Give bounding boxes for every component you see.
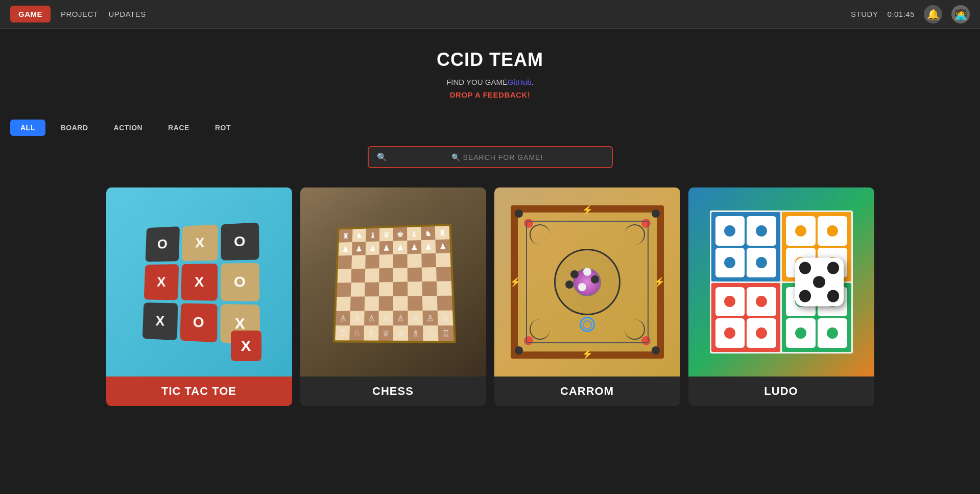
nav-timer: 0:01:45 bbox=[887, 10, 915, 18]
hero-section: CCID TEAM FIND YOU GAMEGitHub. DROP A FE… bbox=[0, 29, 980, 120]
hero-subtitle: FIND YOU GAMEGitHub. bbox=[10, 78, 970, 86]
hero-title: CCID TEAM bbox=[10, 49, 970, 70]
navbar: GAME PROJECT UPDATES STUDY 0:01:45 🔔 🧑‍💻 bbox=[0, 0, 980, 29]
search-icon: 🔍 bbox=[377, 152, 387, 162]
tic-tac-toe-image: O X O X X O X O X X bbox=[106, 187, 292, 377]
ttt-cell: O bbox=[145, 226, 179, 262]
chess-image: ♜ ♞ ♝ ♛ ♚ ♝ ♞ ♜ ♟ ♟ ♟ ♟ ♟ ♟ ♟ ♟ bbox=[300, 187, 486, 377]
game-label-chess: CHESS bbox=[300, 377, 486, 406]
game-card-tic-tac-toe[interactable]: O X O X X O X O X X TIC TAC TOE bbox=[106, 187, 292, 406]
filter-board[interactable]: BOARD bbox=[51, 120, 99, 136]
game-card-chess[interactable]: ♜ ♞ ♝ ♛ ♚ ♝ ♞ ♜ ♟ ♟ ♟ ♟ ♟ ♟ ♟ ♟ bbox=[300, 187, 486, 406]
game-label-carrom: CARROM bbox=[494, 377, 680, 406]
ludo-dice bbox=[795, 258, 844, 307]
nav-project-link[interactable]: PROJECT bbox=[61, 10, 99, 18]
ttt-cell: O bbox=[220, 263, 259, 301]
bell-icon[interactable]: 🔔 bbox=[924, 5, 942, 23]
game-card-carrom[interactable]: ⚡ ⚡ ⚡ ⚡ bbox=[494, 187, 680, 406]
hero-feedback[interactable]: DROP A FEEDBACK! bbox=[10, 90, 970, 99]
nav-right: STUDY 0:01:45 🔔 🧑‍💻 bbox=[851, 5, 970, 23]
filter-action[interactable]: ACTION bbox=[104, 120, 153, 136]
chess-board: ♜ ♞ ♝ ♛ ♚ ♝ ♞ ♜ ♟ ♟ ♟ ♟ ♟ ♟ ♟ ♟ bbox=[333, 224, 456, 343]
search-box: 🔍 bbox=[368, 146, 613, 168]
ttt-cell: O bbox=[221, 223, 259, 261]
ttt-board: O X O X X O X O X bbox=[142, 223, 260, 345]
filter-rot[interactable]: ROT bbox=[205, 120, 241, 136]
filter-race[interactable]: RACE bbox=[158, 120, 200, 136]
ttt-cell: X bbox=[181, 264, 218, 301]
ttt-cell: X bbox=[144, 264, 179, 300]
ttt-cell: X bbox=[142, 302, 178, 340]
filter-tabs: ALL BOARD ACTION RACE ROT bbox=[0, 120, 980, 136]
nav-study-label[interactable]: STUDY bbox=[851, 10, 878, 18]
search-input[interactable] bbox=[391, 153, 604, 161]
ttt-cell: O bbox=[180, 303, 217, 343]
avatar-icon[interactable]: 🧑‍💻 bbox=[951, 5, 970, 23]
game-card-ludo[interactable]: LUDO bbox=[688, 187, 874, 406]
ludo-image bbox=[688, 187, 874, 377]
nav-updates-link[interactable]: UPDATES bbox=[109, 10, 146, 18]
ttt-extra-piece: X bbox=[231, 331, 261, 361]
nav-game-button[interactable]: GAME bbox=[10, 6, 51, 22]
github-link[interactable]: GitHub bbox=[508, 78, 532, 86]
ttt-cell: X bbox=[182, 224, 218, 261]
game-label-tic-tac-toe: TIC TAC TOE bbox=[106, 377, 292, 406]
game-grid: O X O X X O X O X X TIC TAC TOE ♜ ♞ bbox=[92, 183, 889, 410]
filter-all[interactable]: ALL bbox=[10, 120, 45, 136]
carrom-board: ⚡ ⚡ ⚡ ⚡ bbox=[511, 205, 664, 359]
carrom-image: ⚡ ⚡ ⚡ ⚡ bbox=[494, 187, 680, 377]
nav-left: GAME PROJECT UPDATES bbox=[10, 6, 851, 22]
game-label-ludo: LUDO bbox=[688, 377, 874, 406]
search-container: 🔍 bbox=[0, 146, 980, 168]
